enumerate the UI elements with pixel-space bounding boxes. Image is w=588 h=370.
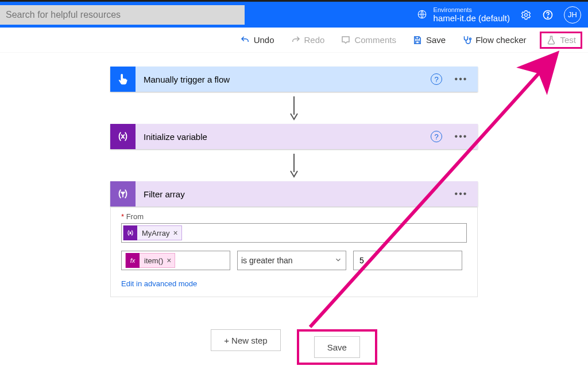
initialize-variable-card[interactable]: Initialize variable ? [110,124,478,149]
stethoscope-icon [462,35,472,45]
app-header: Environments hamel-it.de (default) JH [0,0,588,28]
comment-icon [341,35,351,45]
gear-icon[interactable] [520,9,532,21]
environment-picker[interactable]: Environments hamel-it.de (default) [416,6,510,24]
flow-checker-button[interactable]: Flow checker [459,32,528,49]
search-container [0,2,245,28]
undo-icon [240,35,250,45]
condition-operator-select[interactable]: is greater than [237,251,346,270]
trigger-title: Manually trigger a flow [136,75,431,84]
from-label: From [121,212,467,221]
redo-icon [291,35,301,45]
more-menu[interactable] [452,131,470,142]
save-highlight-box: Save [297,329,377,365]
filter-title: Filter array [136,189,431,199]
avatar[interactable]: JH [564,6,581,24]
help-icon[interactable]: ? [431,131,442,142]
touch-icon [110,67,136,92]
svg-point-1 [525,13,528,16]
more-menu[interactable] [452,189,470,199]
save-flow-button[interactable]: Save [314,336,360,358]
help-icon[interactable] [542,9,554,21]
variable-icon [123,225,137,240]
footer-buttons: + New step Save [110,329,478,365]
new-step-button[interactable]: + New step [211,329,280,351]
globe-icon [416,9,428,20]
test-button[interactable]: Test [540,32,582,49]
variable-icon [110,124,136,149]
from-input[interactable]: MyArray × [121,223,467,243]
more-menu[interactable] [452,74,470,84]
fx-icon: fx [126,253,140,268]
filter-array-body: From MyArray × fx item() × is greater th… [110,207,478,297]
save-button[interactable]: Save [410,32,448,49]
filter-icon [110,181,136,207]
init-title: Initialize variable [136,132,431,142]
connector-arrow [110,92,478,124]
trigger-card[interactable]: Manually trigger a flow ? [110,67,478,92]
remove-token-icon[interactable]: × [173,228,181,237]
svg-point-4 [470,38,471,40]
undo-button[interactable]: Undo [238,32,277,49]
condition-value-input[interactable]: 5 [353,251,462,270]
search-input[interactable] [0,5,245,25]
flask-icon [546,35,556,45]
environment-text: Environments hamel-it.de (default) [434,6,510,24]
condition-left-input[interactable]: fx item() × [121,251,230,270]
command-bar: Undo Redo Comments Save Flow checker Tes… [0,28,588,53]
save-icon [412,35,423,45]
help-icon[interactable]: ? [431,73,442,85]
variable-token[interactable]: MyArray × [123,225,182,240]
remove-token-icon[interactable]: × [167,256,175,265]
comments-button: Comments [338,32,399,49]
chevron-down-icon [334,256,342,266]
flow-canvas: Manually trigger a flow ? Initialize var… [0,53,588,365]
filter-array-card[interactable]: Filter array [110,181,478,207]
redo-button: Redo [288,32,327,49]
svg-point-3 [547,17,548,17]
connector-arrow [110,149,478,181]
expression-token[interactable]: fx item() × [125,253,175,268]
edit-advanced-mode-link[interactable]: Edit in advanced mode [121,279,197,288]
